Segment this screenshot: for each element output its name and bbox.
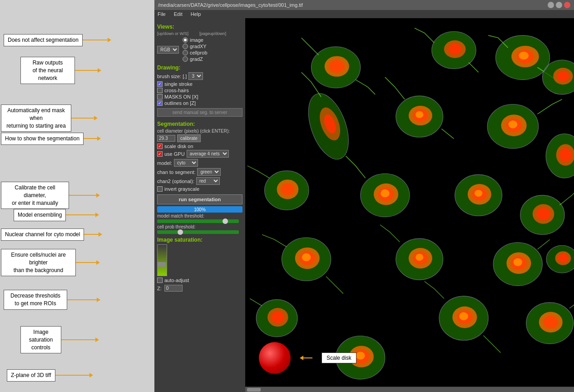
- svg-point-56: [272, 311, 284, 323]
- ann-show-seg-box: How to show the segmentation: [1, 133, 84, 145]
- crosshairs-checkbox[interactable]: [157, 88, 163, 93]
- use-gpu-label: use GPU: [164, 151, 185, 157]
- svg-point-45: [302, 253, 311, 261]
- window-title: /media/carsen/DATA2/grive/cellpose/image…: [158, 2, 303, 8]
- updown-label: [up/down or W/S]: [157, 31, 188, 36]
- h-scrollbar-thumb[interactable]: [247, 388, 261, 392]
- title-bar: /media/carsen/DATA2/grive/cellpose/image…: [154, 0, 574, 10]
- model-match-track: [157, 219, 239, 223]
- content-area: Views: [up/down or W/S] [pageup/down] RG…: [154, 18, 574, 392]
- view-image[interactable]: image: [183, 37, 208, 43]
- ann-zplane: Z-plane of 3D tiff: [7, 369, 93, 382]
- ann-zplane-box: Z-plane of 3D tiff: [7, 369, 55, 382]
- masks-checkbox[interactable]: [157, 94, 163, 99]
- menu-bar: File Edit Help: [154, 10, 574, 18]
- invert-row: invert grayscale: [157, 186, 242, 192]
- annotations-panel: Does not affect segmentation Raw outputs…: [0, 0, 154, 392]
- ann-nuclear-box: Nuclear channel for cyto model: [1, 228, 84, 241]
- gpu-row: ✓ use GPU average 4 nets single net: [157, 150, 242, 158]
- auto-adjust-checkbox[interactable]: [157, 278, 163, 283]
- brush-size-row: brush size: [.] 3125: [157, 72, 242, 80]
- main-window: /media/carsen/DATA2/grive/cellpose/image…: [154, 0, 574, 392]
- svg-point-13: [329, 60, 345, 73]
- masks-row: MASKS ON [X]: [157, 94, 242, 99]
- cell-prob-thumb[interactable]: [178, 229, 183, 235]
- scale-disk-label: scale disk on: [164, 144, 193, 149]
- radio-cellprob: [183, 50, 188, 55]
- svg-point-63: [544, 316, 558, 328]
- image-sat-title: Image saturation:: [157, 237, 242, 243]
- view-options: image gradXY cellprob gradZ: [183, 37, 208, 62]
- model-dropdown[interactable]: cytonuclei: [174, 159, 198, 167]
- scale-disk-checkbox[interactable]: ✓: [157, 144, 163, 149]
- views-labels-row: [up/down or W/S] [pageup/down]: [157, 31, 242, 36]
- radio-gradxy: [183, 44, 188, 49]
- ann-zplane-arrow: [55, 373, 93, 377]
- brush-size-dropdown[interactable]: 3125: [188, 72, 203, 80]
- chan2-dropdown[interactable]: redgreenbluenone: [196, 177, 220, 185]
- progress-label: 100%: [157, 206, 242, 213]
- z-label: Z:: [157, 286, 162, 291]
- maximize-button[interactable]: [556, 2, 562, 8]
- ann-brighter: Ensure cells/nuclei are brighterthan the…: [1, 249, 100, 276]
- view-gradz[interactable]: gradZ: [183, 56, 208, 62]
- ann-segmentation-arrow: [83, 38, 111, 42]
- outlines-checkbox[interactable]: ✓: [157, 100, 163, 106]
- ensemble-dropdown[interactable]: average 4 nets single net: [187, 150, 229, 158]
- menu-edit[interactable]: Edit: [173, 11, 184, 17]
- use-gpu-checkbox[interactable]: ✓: [157, 151, 163, 157]
- view-image-label: image: [190, 37, 203, 43]
- calibrate-button[interactable]: calibrate: [177, 134, 201, 142]
- model-match-thumb[interactable]: [223, 218, 228, 224]
- masks-label: MASKS ON [X]: [164, 94, 198, 99]
- model-label: model:: [157, 160, 172, 166]
- radio-gradz: [183, 56, 188, 62]
- cell-diam-label: cell diameter (pixels) (click ENTER):: [157, 129, 242, 134]
- z-input[interactable]: [164, 285, 183, 292]
- ann-saturation-box: Imagesaturationcontrols: [20, 326, 61, 353]
- cell-diam-input[interactable]: [157, 135, 175, 142]
- brush-size-label: brush size: [.]: [157, 74, 187, 79]
- send-seg-button[interactable]: send manual seg. to server: [157, 108, 242, 117]
- cell-prob-label: cell prob threshold:: [157, 224, 242, 229]
- single-stroke-row: ✓ single stroke: [157, 81, 242, 87]
- invert-checkbox[interactable]: [157, 186, 163, 192]
- ann-brighter-arrow: [76, 260, 100, 265]
- ann-mask-end: Automatically end mask whenreturning to …: [1, 104, 98, 132]
- svg-point-20: [416, 111, 423, 118]
- sat-slider-vertical[interactable]: [157, 244, 167, 276]
- single-stroke-checkbox[interactable]: ✓: [157, 81, 163, 87]
- ann-nuclear-arrow: [84, 232, 102, 237]
- auto-adjust-label: auto-adjust: [164, 278, 189, 283]
- menu-file[interactable]: File: [156, 11, 167, 17]
- rgb-dropdown[interactable]: RGB Gray: [157, 46, 179, 54]
- h-scrollbar[interactable]: [245, 387, 574, 392]
- scale-disk-row: ✓ scale disk on: [157, 144, 242, 149]
- arrow-left-head: [300, 356, 303, 360]
- svg-point-30: [281, 184, 294, 195]
- svg-point-53: [513, 258, 522, 266]
- sat-slider-thumb[interactable]: [158, 262, 166, 267]
- menu-help[interactable]: Help: [189, 11, 203, 17]
- cell-diam-row: calibrate: [157, 134, 242, 142]
- svg-point-4: [519, 52, 529, 60]
- svg-point-67: [356, 352, 365, 359]
- ann-segmentation: Does not affect segmentation: [4, 34, 111, 46]
- view-gradxy-label: gradXY: [190, 44, 207, 49]
- outlines-row: ✓ outlines on [Z]: [157, 100, 242, 106]
- svg-point-70: [558, 254, 568, 263]
- view-cellprob[interactable]: cellprob: [183, 50, 208, 55]
- view-gradxy[interactable]: gradXY: [183, 44, 208, 49]
- ann-ensemble-box: Model ensembling: [14, 209, 66, 221]
- close-button[interactable]: [564, 2, 570, 8]
- crosshairs-row: cross-hairs: [157, 88, 242, 93]
- chan-dropdown[interactable]: greenredbluegray: [197, 168, 221, 176]
- ann-ensemble: Model ensembling: [14, 209, 99, 221]
- auto-adjust-row: auto-adjust: [157, 278, 242, 283]
- ann-threshold: Decrease thresholdsto get more ROIs: [4, 290, 100, 310]
- views-title: Views:: [157, 24, 242, 30]
- run-seg-button[interactable]: run segmentation: [157, 194, 242, 204]
- ann-show-seg: How to show the segmentation: [1, 133, 101, 145]
- minimize-button[interactable]: [548, 2, 554, 8]
- ann-neural-arrow: [75, 68, 101, 73]
